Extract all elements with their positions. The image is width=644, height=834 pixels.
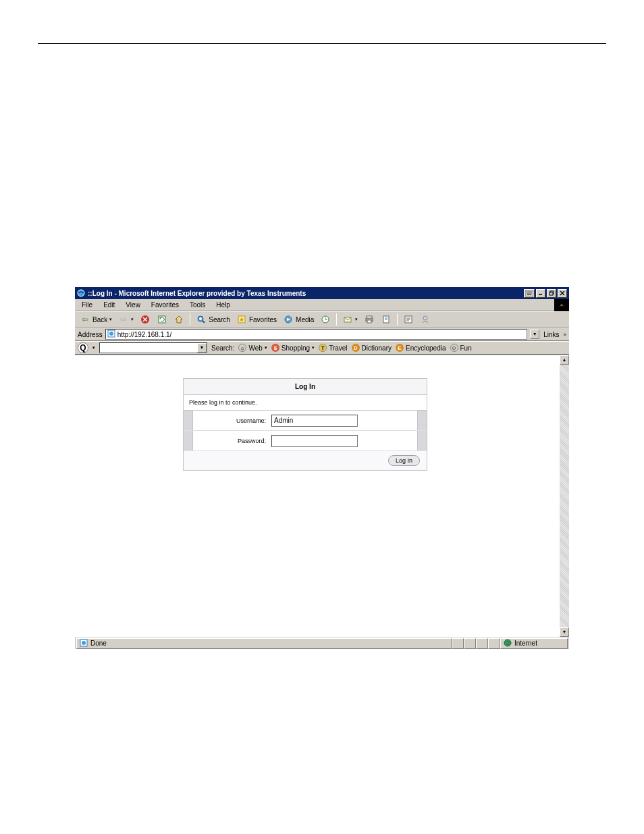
messenger-icon [420, 314, 431, 325]
login-footer: Log In [184, 451, 427, 470]
close-button[interactable] [558, 289, 567, 298]
status-cell [452, 638, 464, 649]
favorites-button[interactable]: Favorites [234, 313, 279, 325]
discuss-icon [403, 314, 414, 325]
svg-marker-17 [176, 316, 182, 323]
svg-rect-31 [367, 320, 371, 323]
links-label[interactable]: Links [542, 331, 560, 338]
stop-icon [140, 314, 151, 325]
status-text: Done [76, 638, 452, 649]
search-fun-link[interactable]: ☺Fun [450, 344, 472, 352]
chevron-down-icon: ▾ [109, 317, 112, 322]
titlebar: ::Log In - Microsoft Internet Explorer p… [75, 287, 569, 299]
back-label: Back [92, 316, 107, 323]
status-cell [476, 638, 488, 649]
favorites-label: Favorites [249, 316, 277, 323]
svg-point-39 [423, 316, 427, 320]
address-label: Address [78, 331, 103, 338]
search-label: Search [209, 316, 230, 323]
menu-file[interactable]: File [78, 300, 97, 310]
chevron-down-icon[interactable]: ▾ [92, 345, 95, 350]
address-input[interactable]: http://192.168.1.1/ [105, 329, 528, 340]
messenger-button[interactable] [418, 313, 433, 325]
search-travel-link[interactable]: TTravel [319, 344, 347, 352]
scroll-up-button[interactable]: ▲ [560, 355, 569, 365]
print-icon [364, 314, 375, 325]
stop-button[interactable] [138, 313, 153, 325]
vertical-scrollbar[interactable]: ▲ ▼ [560, 355, 569, 637]
row-bar [417, 431, 427, 450]
search-input[interactable]: ▼ [99, 342, 207, 353]
chevron-down-icon: ▾ [355, 317, 358, 322]
search-encyclopedia-link[interactable]: EEncyclopedia [396, 344, 446, 352]
favorites-icon [236, 314, 247, 325]
quickclick-icon[interactable]: Q [78, 342, 88, 353]
username-row: Username: [184, 411, 427, 431]
svg-point-19 [199, 317, 202, 320]
zone-label: Internet [514, 640, 537, 647]
back-arrow-icon: ⇦ [80, 314, 90, 325]
discuss-button[interactable] [401, 313, 416, 325]
separator [336, 313, 337, 325]
forward-button[interactable]: ⇨ ▾ [116, 313, 136, 325]
internet-zone-icon [504, 639, 512, 648]
password-input[interactable] [271, 435, 358, 447]
status-cell [488, 638, 500, 649]
separator [397, 313, 398, 325]
media-icon [283, 314, 294, 325]
ie-icon [77, 289, 85, 297]
search-shopping-label: Shopping [281, 344, 310, 352]
restore-button[interactable] [547, 289, 556, 298]
search-encyclopedia-label: Encyclopedia [406, 344, 446, 352]
travel-icon: T [319, 344, 327, 352]
search-label: Search: [211, 344, 234, 352]
address-url: http://192.168.1.1/ [117, 331, 172, 338]
refresh-icon [157, 314, 167, 325]
home-button[interactable] [171, 313, 186, 325]
svg-line-20 [203, 321, 205, 323]
mail-button[interactable]: ▾ [340, 313, 360, 325]
refresh-button[interactable] [155, 313, 169, 325]
svg-point-11 [561, 305, 563, 307]
page-icon [80, 639, 88, 648]
address-dropdown[interactable]: ▼ [530, 330, 539, 339]
minimize-button[interactable] [536, 289, 545, 298]
search-web-link[interactable]: ⌕Web▾ [238, 344, 267, 352]
keyboard-indicator[interactable] [524, 289, 535, 298]
fun-icon: ☺ [450, 344, 458, 352]
username-input[interactable] [271, 415, 358, 427]
search-shopping-link[interactable]: $Shopping▾ [271, 344, 315, 352]
password-label: Password: [193, 438, 271, 444]
menu-favorites[interactable]: Favorites [147, 300, 183, 310]
magnifier-icon: ⌕ [238, 344, 246, 352]
status-cell [464, 638, 476, 649]
search-dictionary-link[interactable]: DDictionary [352, 344, 392, 352]
menu-tools[interactable]: Tools [186, 300, 209, 310]
page-icon [107, 330, 115, 339]
shopping-icon: $ [271, 344, 279, 352]
edit-button[interactable] [379, 313, 394, 325]
toolbar: ⇦ Back ▾ ⇨ ▾ [75, 311, 569, 328]
row-bar [417, 411, 427, 430]
menu-edit[interactable]: Edit [99, 300, 119, 310]
search-icon [196, 314, 207, 325]
throbber-icon [554, 299, 569, 311]
login-panel: Log In Please log in to continue. Userna… [183, 378, 427, 471]
mail-icon [342, 314, 353, 325]
search-dropdown[interactable]: ▼ [197, 343, 207, 353]
scroll-down-button[interactable]: ▼ [560, 627, 569, 637]
media-button[interactable]: Media [281, 313, 316, 325]
svg-point-43 [82, 641, 86, 645]
print-button[interactable] [362, 313, 377, 325]
search-button[interactable]: Search [194, 313, 232, 325]
login-button[interactable]: Log In [388, 455, 420, 466]
back-button[interactable]: ⇦ Back ▾ [78, 313, 114, 325]
login-title: Log In [184, 379, 427, 395]
search-dictionary-label: Dictionary [362, 344, 392, 352]
menu-view[interactable]: View [122, 300, 144, 310]
status-label: Done [90, 640, 107, 647]
encyclopedia-icon: E [396, 344, 404, 352]
svg-rect-7 [549, 292, 553, 295]
menu-help[interactable]: Help [212, 300, 234, 310]
history-button[interactable] [318, 313, 333, 325]
